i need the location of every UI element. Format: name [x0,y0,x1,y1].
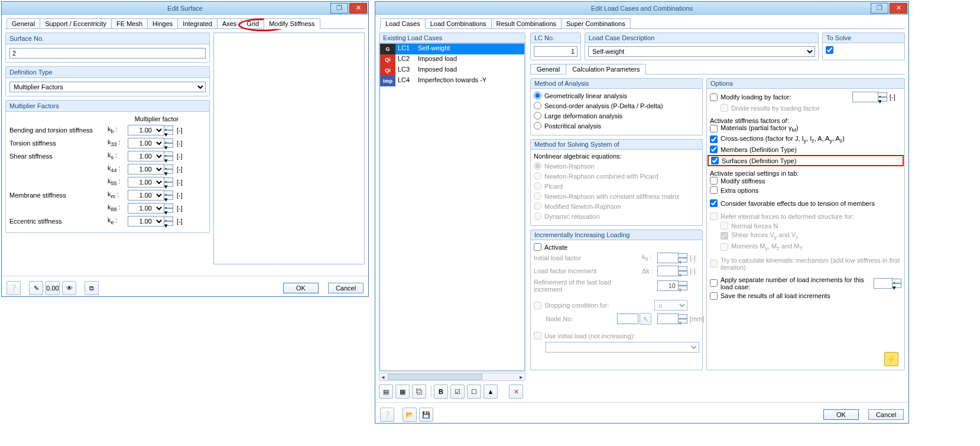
cancel-button[interactable]: Cancel [868,409,904,420]
close-button[interactable]: ✕ [890,3,907,14]
mf-column-header: Multiplier factor [9,115,206,122]
subtab-general[interactable]: General [530,64,566,74]
subtab-calculation-parameters[interactable]: Calculation Parameters [566,64,646,75]
analysis-option[interactable]: Postcritical analysis [534,122,699,130]
mf-value-select[interactable]: 1.00 [128,164,164,174]
lc-desc-select[interactable]: Self-weight [588,46,815,57]
normal-n-label: Normal forces N [731,222,778,230]
lc-no-input[interactable] [534,46,577,57]
refer-internal-checkbox [710,212,718,220]
help-button[interactable]: ❔ [7,281,21,295]
definition-type-select[interactable]: Multiplier Factors [9,82,206,92]
spinner[interactable]: ▴▾ [164,151,173,161]
spinner[interactable]: ▴▾ [164,125,173,135]
spinner[interactable]: ▴▾ [164,190,173,200]
delete-lc-button[interactable]: ✕ [509,384,523,399]
radio[interactable] [534,112,541,119]
horizontal-scrollbar[interactable]: ◂▸ [379,373,525,381]
restore-button[interactable]: ❐ [871,3,888,14]
view-button[interactable]: 👁 [62,281,76,295]
new-multi-button[interactable]: ▦ [395,384,410,399]
save-button[interactable]: 💾 [419,408,433,422]
mf-label: Membrane stiffness [9,192,108,199]
spinner[interactable]: ▴▾ [164,138,173,148]
mf-value-select[interactable]: 1.00 [128,125,164,135]
tab-fe-mesh[interactable]: FE Mesh [111,18,148,28]
help-button[interactable]: ❔ [380,408,394,422]
radio-label: Second-order analysis (P-Delta / P-delta… [544,102,663,109]
spinner[interactable]: ▴▾ [164,203,173,213]
cancel-button[interactable]: Cancel [328,283,364,293]
radio[interactable] [534,102,541,109]
filter-button[interactable]: ▲ [483,384,498,399]
apply-separate-checkbox[interactable] [710,279,718,287]
cross-sections-checkbox[interactable] [710,135,718,143]
titlebar[interactable]: Edit Load Cases and Combinations ❐ ✕ [375,2,908,15]
materials-checkbox[interactable] [710,125,718,132]
load-case-row[interactable]: QiLC2Imposed load [380,54,524,65]
lc-desc: Imperfection towards -Y [416,76,524,86]
lc-id: LC4 [395,76,416,86]
mf-value-select[interactable]: 1.00 [128,190,164,201]
new-lc-button[interactable]: ▤ [379,384,393,399]
ok-button[interactable]: OK [283,283,319,293]
copy-lc-button[interactable]: ⿻ [412,384,426,399]
analysis-option[interactable]: Geometrically linear analysis [534,92,699,99]
mf-value-select[interactable]: 1.00 [128,177,164,188]
mf-value-select[interactable]: 1.00 [128,138,164,148]
stopping-select: u [654,300,687,311]
load-case-row[interactable]: ImpLC4Imperfection towards -Y [380,76,524,86]
tab-modify-stiffness[interactable]: Modify Stiffness [264,18,320,29]
open-button[interactable]: 📂 [403,408,417,422]
modify-loading-checkbox[interactable] [710,93,718,101]
initial-factor-label: Initial load factor [534,254,642,261]
extend-button[interactable]: ⧉ [85,281,99,295]
load-case-row[interactable]: QiLC3Imposed load [380,65,524,76]
note-button[interactable]: ✎ [29,281,43,295]
titlebar[interactable]: Edit Surface ❐ ✕ [2,2,368,15]
save-results-checkbox[interactable] [710,292,718,300]
analysis-option[interactable]: Second-order analysis (P-Delta / P-delta… [534,102,699,109]
tab-load-combinations[interactable]: Load Combinations [425,18,492,28]
activate-incremental-checkbox[interactable] [534,243,541,251]
spinner[interactable]: ▴▾ [164,216,173,226]
tab-support-eccentricity[interactable]: Support / Eccentricity [40,18,112,28]
spinner[interactable]: ▴▾ [164,177,173,187]
spinner[interactable]: ▴▾ [164,164,173,174]
tab-super-combinations[interactable]: Super Combinations [561,18,631,28]
unit-label: [-] [177,166,183,173]
radio[interactable] [534,92,541,99]
radio[interactable] [534,122,541,130]
modify-stiffness-checkbox[interactable] [710,177,718,185]
close-button[interactable]: ✕ [349,3,367,14]
surfaces-checkbox[interactable] [711,157,719,164]
uncheckall-button[interactable]: ☐ [467,384,481,399]
load-case-row[interactable]: GLC1Self-weight [380,44,524,54]
solver-option: Picard [534,182,699,190]
mf-k: kb : [108,125,128,134]
tab-result-combinations[interactable]: Result Combinations [491,18,562,28]
mf-value-select[interactable]: 1.00 [128,216,164,227]
mf-value-select[interactable]: 1.00 [128,203,164,214]
tab-hinges[interactable]: Hinges [147,18,178,28]
unit-label: [-] [687,254,699,261]
consider-favorable-checkbox[interactable] [710,199,718,207]
to-solve-checkbox[interactable] [826,46,833,54]
members-checkbox[interactable] [710,146,718,153]
restore-button[interactable]: ❐ [330,3,348,14]
units-button[interactable]: 0.00 [46,281,60,295]
checkall-button[interactable]: ☑ [450,384,465,399]
load-case-list[interactable]: GLC1Self-weightQiLC2Imposed loadQiLC3Imp… [379,43,525,371]
mf-label: Eccentric stiffness [9,218,108,225]
lightning-button[interactable]: ⚡ [884,352,898,366]
mf-value-select[interactable]: 1.00 [128,151,164,161]
ok-button[interactable]: OK [823,409,859,420]
bold-toggle[interactable]: B [434,384,448,399]
surface-no-input[interactable] [9,48,206,59]
tab-general[interactable]: General [7,18,40,28]
extra-options-checkbox[interactable] [710,186,718,194]
analysis-option[interactable]: Large deformation analysis [534,112,699,119]
tab-integrated[interactable]: Integrated [177,18,218,28]
method-analysis-group: Method of Analysis Geometrically linear … [530,78,703,135]
tab-load-cases[interactable]: Load Cases [380,18,426,29]
